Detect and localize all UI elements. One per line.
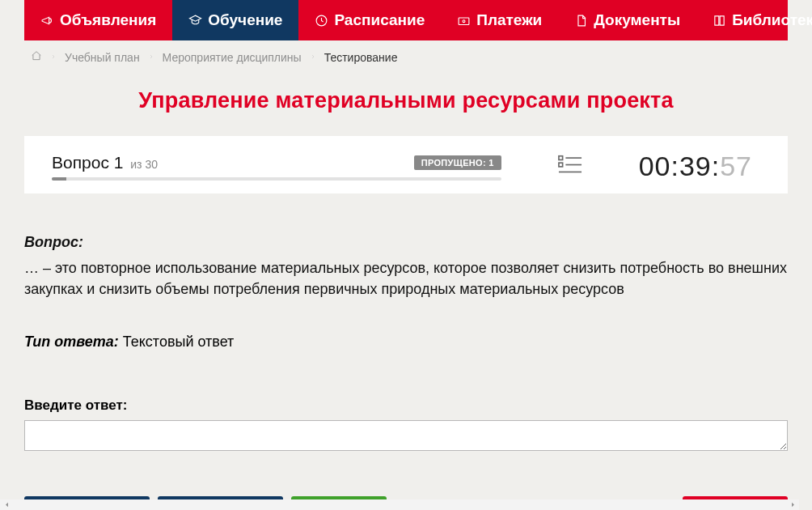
nav-schedule[interactable]: Расписание — [298, 0, 441, 40]
breadcrumb-curriculum[interactable]: Учебный план — [65, 51, 140, 64]
chevron-right-icon — [50, 51, 57, 64]
breadcrumb-testing: Тестирование — [324, 51, 398, 64]
question-of-prefix: из — [130, 158, 142, 171]
progress-card: Вопрос 1 из 30 ПРОПУЩЕНО: 1 00 — [24, 136, 788, 193]
question-counter: Вопрос 1 из 30 — [52, 153, 158, 172]
answer-type-value: Текстовый ответ — [123, 334, 235, 350]
question-number: 1 — [114, 153, 124, 172]
scroll-left-icon[interactable] — [0, 499, 13, 510]
timer-seconds: 57 — [720, 151, 752, 181]
question-list-button[interactable] — [526, 154, 615, 180]
scrollbar-track[interactable] — [13, 499, 786, 510]
progress-fill — [52, 177, 66, 181]
question-total: 30 — [145, 158, 158, 171]
timer-main: 00:39: — [639, 151, 721, 181]
skipped-badge: ПРОПУЩЕНО: 1 — [414, 155, 501, 170]
nav-item-label: Обучение — [208, 11, 282, 29]
question-label-prefix: Вопрос — [52, 153, 109, 172]
nav-item-label: Объявления — [60, 11, 156, 29]
chevron-right-icon — [148, 51, 154, 64]
answer-input[interactable] — [24, 420, 788, 451]
breadcrumb-event[interactable]: Мероприятие дисциплины — [163, 51, 302, 64]
payment-icon — [457, 14, 471, 28]
nav-education[interactable]: Обучение — [172, 0, 298, 40]
nav-documents[interactable]: Документы — [558, 0, 696, 40]
svg-rect-1 — [459, 17, 469, 23]
main-nav: Объявления Обучение Расписание Платежи Д… — [24, 0, 788, 40]
nav-payments[interactable]: Платежи — [441, 0, 558, 40]
answer-type-label: Тип ответа: — [24, 334, 119, 350]
grad-cap-icon — [188, 14, 202, 28]
svg-point-2 — [463, 19, 465, 22]
nav-announcements[interactable]: Объявления — [24, 0, 172, 40]
answer-type-row: Тип ответа: Текстовый ответ — [24, 334, 788, 351]
nav-item-label: Расписание — [334, 11, 425, 29]
progress-column: Вопрос 1 из 30 ПРОПУЩЕНО: 1 — [52, 153, 501, 181]
megaphone-icon — [40, 14, 54, 28]
clock-icon — [315, 14, 328, 28]
scroll-right-icon[interactable] — [786, 499, 799, 510]
nav-item-label: Документы — [594, 11, 680, 29]
chevron-right-icon — [310, 51, 316, 64]
progress-bar — [52, 177, 501, 181]
nav-item-label: Платежи — [476, 11, 542, 29]
nav-item-label: Библиотека — [732, 11, 812, 29]
breadcrumb: Учебный план Мероприятие дисциплины Тест… — [0, 40, 812, 74]
svg-rect-5 — [559, 163, 563, 167]
home-icon[interactable] — [31, 50, 42, 64]
book-icon — [713, 14, 726, 28]
question-heading: Вопрос: — [24, 234, 788, 251]
horizontal-scrollbar[interactable] — [0, 499, 799, 510]
question-text: … – это повторное использование материал… — [24, 257, 788, 300]
timer: 00:39:57 — [639, 151, 760, 182]
page-title: Управление материальными ресурсами проек… — [24, 88, 788, 113]
nav-library[interactable]: Библиотека — [696, 0, 812, 40]
answer-input-label: Введите ответ: — [24, 397, 788, 414]
svg-rect-3 — [559, 155, 563, 159]
document-icon — [574, 14, 588, 28]
